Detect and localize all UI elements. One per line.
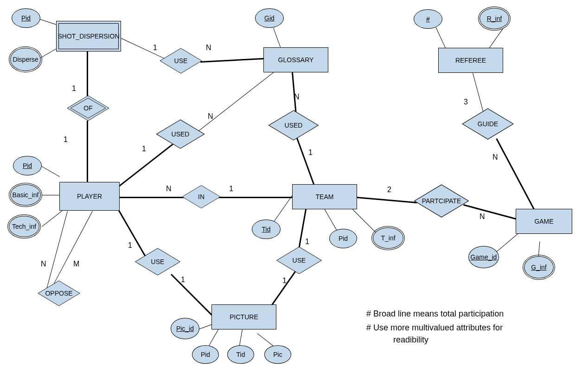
label: OPPOSE <box>45 290 72 297</box>
entity-picture: PICTURE <box>211 304 276 329</box>
entity-referee: REFEREE <box>438 48 503 73</box>
edge <box>52 211 93 287</box>
attr-team-pid: Pid <box>329 229 357 248</box>
label: Pid <box>339 235 348 242</box>
edge <box>40 46 61 58</box>
attr-player-tech: Tech_inf <box>9 216 39 237</box>
note-total-participation: # Broad line means total participation <box>366 309 504 319</box>
card: N <box>492 153 498 161</box>
card: 1 <box>229 185 233 193</box>
attr-team-inf: T_inf <box>373 227 403 249</box>
rel-use-sd-glossary: USE <box>160 47 202 74</box>
entity-team: TEAM <box>292 184 357 209</box>
card: 1 <box>308 148 313 157</box>
card: 1 <box>282 277 287 285</box>
label: USED <box>172 130 190 138</box>
rel-use-team-picture: USE <box>276 247 322 274</box>
label: PICTURE <box>230 313 258 321</box>
card: 3 <box>464 98 468 106</box>
entity-player: PLAYER <box>59 182 120 211</box>
card: N <box>208 112 213 121</box>
card: 1 <box>72 84 76 93</box>
edge-thick <box>120 197 189 198</box>
label: GUIDE <box>478 120 498 128</box>
label: USE <box>293 257 306 264</box>
attr-game-inf: G_inf <box>524 256 554 278</box>
rel-guide: GUIDE <box>455 109 520 139</box>
edge-thick <box>295 136 316 188</box>
edge-thick <box>87 121 88 186</box>
rel-used-player-glossary: USED <box>155 120 205 148</box>
label: Pic <box>273 351 282 358</box>
attr-glossary-gid: Gid <box>255 8 284 28</box>
label: Disperse <box>13 56 38 63</box>
label: Pid <box>201 351 210 358</box>
attr-player-basic: Basic_inf <box>10 184 41 206</box>
label: PLAYER <box>77 193 102 200</box>
entity-game: GAME <box>516 209 572 234</box>
edge <box>42 209 64 227</box>
attr-referee-inf: R_inf <box>479 8 509 29</box>
card: N <box>294 93 300 101</box>
attr-sd-disperse: Disperse <box>10 48 41 71</box>
attr-referee-num: # <box>414 9 442 29</box>
card: 1 <box>64 136 68 144</box>
label: Pid <box>23 162 32 169</box>
card: M <box>73 260 79 268</box>
label: PARTCIPATE <box>422 197 461 205</box>
entity-glossary: GLOSSARY <box>263 47 328 72</box>
card: N <box>479 213 485 221</box>
edge-thick <box>213 197 292 198</box>
edge-thick <box>496 138 538 217</box>
label: USE <box>174 57 188 65</box>
label: R_inf <box>487 15 502 22</box>
note-multivalued-2: readibility <box>393 335 428 345</box>
rel-used-team-glossary: USED <box>266 110 321 140</box>
card: N <box>206 44 211 52</box>
rel-of: OF <box>66 96 110 121</box>
card: 1 <box>153 44 157 52</box>
card: 1 <box>181 276 185 284</box>
attr-picture-pid: Pid <box>192 345 219 364</box>
label: GAME <box>534 218 553 225</box>
card: 2 <box>387 186 391 194</box>
label: TEAM <box>316 193 334 200</box>
card: 1 <box>142 145 146 153</box>
attr-player-pid: Pid <box>13 156 42 175</box>
attr-picture-tid: Tid <box>227 345 254 364</box>
label: Tid <box>262 226 271 233</box>
label: SHOT_DISPERSION <box>58 32 119 40</box>
label: # <box>426 15 430 23</box>
card: N <box>166 185 172 193</box>
label: Game_id <box>471 253 497 261</box>
label: GLOSSARY <box>278 56 314 64</box>
attr-picture-id: Pic_id <box>171 318 199 339</box>
card: 1 <box>305 238 309 246</box>
edge <box>42 166 60 177</box>
entity-shot-dispersion: SHOT_DISPERSION <box>58 23 119 49</box>
er-diagram: SHOT_DISPERSION GLOSSARY REFEREE PLAYER … <box>0 0 588 368</box>
attr-picture-pic: Pic <box>264 345 291 364</box>
note-multivalued-1: # Use more multivalued attributes for <box>366 323 503 333</box>
attr-sd-pid: Pid <box>12 8 40 28</box>
attr-game-id: Game_id <box>468 246 499 268</box>
label: Tech_inf <box>12 223 36 230</box>
label: Pid <box>21 14 31 22</box>
label: USED <box>285 122 303 129</box>
label: Pic_id <box>176 325 194 332</box>
label: IN <box>198 193 205 200</box>
label: OF <box>83 104 92 112</box>
label: G_inf <box>531 264 546 271</box>
label: USE <box>151 258 165 265</box>
card: N <box>41 260 46 268</box>
card: 1 <box>128 241 132 250</box>
rel-participate: PARTCIPATE <box>404 185 479 217</box>
label: Basic_inf <box>13 191 39 199</box>
rel-use-player-picture: USE <box>134 248 181 275</box>
rel-oppose: OPPOSE <box>31 281 87 306</box>
label: T_inf <box>381 234 395 242</box>
edge-thick <box>200 58 265 63</box>
rel-in: IN <box>182 185 220 209</box>
label: REFEREE <box>455 57 486 64</box>
label: Tid <box>236 351 245 358</box>
